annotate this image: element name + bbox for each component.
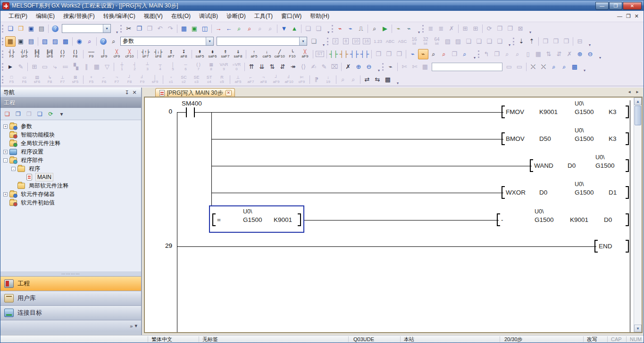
write-to-plc-icon[interactable]: → <box>213 24 224 34</box>
operand-d0[interactable]: D0 <box>603 216 613 224</box>
compare-operand-g1500[interactable]: G1500 <box>242 216 263 224</box>
jump-to-icon[interactable]: ↠ <box>288 62 298 72</box>
menu-item-1[interactable]: 工程(P) <box>4 11 32 22</box>
open-branch-button[interactable]: ╟╢F6 <box>31 48 43 60</box>
tab-main-program[interactable]: [PRG]写入 MAIN 30步 ✕ <box>155 88 235 97</box>
device-memory-icon[interactable]: ▨ <box>50 36 60 47</box>
trace-setting-icon[interactable]: ⌁ <box>385 62 396 72</box>
nav-refresh-icon[interactable]: ⟳ <box>46 109 56 119</box>
toolbar-grip[interactable] <box>2 50 3 58</box>
nav-view-library-button[interactable]: 用户库 <box>0 291 141 305</box>
instruction-wand[interactable]: WAND <box>533 162 554 170</box>
expand-icon[interactable]: + <box>3 150 8 154</box>
tree-item-局部软元件注释[interactable]: 局部软元件注释 <box>0 181 141 190</box>
ladder-zoom-out-icon[interactable]: ⊖ <box>364 62 374 72</box>
pulse-ne-close-button[interactable]: ⇟saF6 <box>206 48 219 60</box>
tab-close-icon[interactable]: ✕ <box>226 90 232 96</box>
toolbar-grip[interactable] <box>332 25 333 33</box>
coil-button[interactable]: ( )F7 <box>56 48 69 60</box>
print-icon[interactable]: ▤ <box>36 24 47 34</box>
horizontal-line-button[interactable]: ──F9 <box>85 48 98 60</box>
trace-result-icon[interactable]: ▩ <box>569 62 580 72</box>
delete-edge-button[interactable]: ╳aF9 <box>299 48 311 60</box>
save-icon[interactable]: ▣ <box>26 24 36 34</box>
rung-sort-icon[interactable]: ⇵ <box>277 62 288 72</box>
vertical-line-button[interactable]: │sF9 <box>98 48 110 60</box>
wire-mode-icon[interactable]: ⌁ <box>408 49 418 59</box>
sfc-view-zoom-icon[interactable]: ⇄ <box>362 74 372 85</box>
falling-pulse-button[interactable]: ┤↓├sF8 <box>152 48 165 60</box>
tree-item-软元件初始值[interactable]: 软元件初始值 <box>0 198 141 207</box>
ladder-canvas[interactable]: 0SM400FMOVK9001U0\G1500K3BMOVD50U0\G1500… <box>145 98 634 332</box>
navigation-window-icon[interactable]: ▦ <box>5 36 16 47</box>
toolbar-grip[interactable] <box>2 38 3 45</box>
scroll-track[interactable] <box>634 105 642 325</box>
invert-result-button[interactable]: ↑aF5 <box>248 48 260 60</box>
tree-item-参数[interactable]: +参数 <box>0 122 141 131</box>
menu-item-4[interactable]: 转换/编译(C) <box>99 11 140 22</box>
trace-find2-icon[interactable]: ⌕ <box>559 62 569 72</box>
nav-view-project-button[interactable]: 工程 <box>0 276 141 291</box>
wire-cut1-icon[interactable]: ⤬ <box>528 62 538 72</box>
read-from-plc-icon[interactable]: ← <box>224 24 234 34</box>
toolbar-grip[interactable] <box>513 38 514 45</box>
toolbar-overflow-icon[interactable]: ▾ <box>327 30 329 34</box>
tab-scroll-left-icon[interactable]: ◂ <box>626 89 633 94</box>
instruction-fmov[interactable]: FMOV <box>505 108 525 116</box>
combo-dropdown-icon[interactable]: ▾ <box>206 37 213 45</box>
tree-item-程序设置[interactable]: +程序设置 <box>0 147 141 156</box>
toolbar-overflow-icon[interactable]: ▾ <box>509 43 510 47</box>
edge-recognition-button[interactable]: └F10 <box>286 48 299 60</box>
nav-info-icon[interactable]: ❏ <box>35 109 45 119</box>
open-contact-button[interactable]: ┤├F5 <box>5 48 18 60</box>
pulse-ne-branch2-button[interactable]: ⇓saF8 <box>232 48 244 60</box>
operand-d1[interactable]: D1 <box>608 188 618 196</box>
contact-sm400[interactable]: SM400 <box>181 99 203 107</box>
instruction-wxor[interactable]: WXOR <box>505 188 527 196</box>
zoom-out-icon[interactable]: ⊖ <box>585 49 595 59</box>
delete-vline-button[interactable]: ╳cF10 <box>123 48 136 60</box>
device-monitor-icon[interactable]: ▣ <box>189 24 200 34</box>
rung-swap-icon[interactable]: ⇅ <box>267 62 277 72</box>
operand-k9001[interactable]: K9001 <box>569 216 589 224</box>
toolbar-overflow-icon[interactable]: ▾ <box>584 68 585 73</box>
instruction-end[interactable]: END <box>598 242 613 250</box>
operand-d0[interactable]: D0 <box>567 162 577 170</box>
open-project-icon[interactable]: ❒ <box>16 24 26 34</box>
help2-icon[interactable]: ? <box>98 36 109 47</box>
falling-pulse-branch-button[interactable]: ↧aF8 <box>177 48 190 60</box>
zoom-magnifier-icon[interactable]: ⌕ <box>460 49 470 59</box>
tree-item-程序部件[interactable]: -程序部件 <box>0 156 141 164</box>
cross-reference-icon[interactable]: ⌕ <box>109 36 119 47</box>
delete-cell-icon[interactable]: ┤├ <box>360 49 370 59</box>
operand-g1500[interactable]: G1500 <box>574 108 595 116</box>
dev-write-icon[interactable]: ▲ <box>289 24 300 34</box>
instruction-bmov[interactable]: BMOV <box>505 135 526 143</box>
combo-dropdown-icon[interactable]: ▾ <box>299 37 307 45</box>
zoom-in-icon[interactable]: ⊕ <box>575 49 585 59</box>
sfc-view-list-icon[interactable]: ⇆ <box>372 74 383 85</box>
closed-branch-button[interactable]: ╟/╢sF6 <box>43 48 56 60</box>
insert-contact-icon[interactable]: ┤├ <box>328 49 339 59</box>
toolbar-overflow-icon[interactable]: ▾ <box>323 43 325 47</box>
tree-item-MAIN[interactable]: MAIN <box>0 173 141 181</box>
menu-item-2[interactable]: 编辑(E) <box>32 11 59 22</box>
sampling-icon[interactable]: ⌁ <box>404 24 414 34</box>
vertical-scrollbar[interactable]: ▲ ▼ <box>634 98 642 332</box>
delete-wire-icon[interactable]: ✗ <box>343 62 353 72</box>
menu-item-6[interactable]: 在线(O) <box>167 11 195 22</box>
nav-more-arrow[interactable]: ▾ <box>134 323 137 329</box>
menu-item-5[interactable]: 视图(V) <box>140 11 167 22</box>
toolbar-overflow-icon[interactable]: ▾ <box>116 30 118 34</box>
new-project-icon[interactable]: ❏ <box>5 24 16 34</box>
rising-pulse-button[interactable]: ┤↑├sF7 <box>139 48 152 60</box>
operand-d0[interactable]: D0 <box>538 188 548 196</box>
operand-g1500[interactable]: G1500 <box>594 162 616 170</box>
rising-pulse-branch-button[interactable]: ↥aF7 <box>165 48 177 60</box>
nav-footer[interactable]: » ▾ <box>0 320 141 331</box>
nav-more-chevron[interactable]: » <box>130 323 133 329</box>
nav-paste-icon[interactable]: ❐ <box>24 109 34 119</box>
find-target-combobox[interactable]: ▾ <box>217 37 307 46</box>
trace-icon[interactable]: ⌁ <box>393 24 404 34</box>
rung-down-icon[interactable]: ⇊ <box>257 62 267 72</box>
